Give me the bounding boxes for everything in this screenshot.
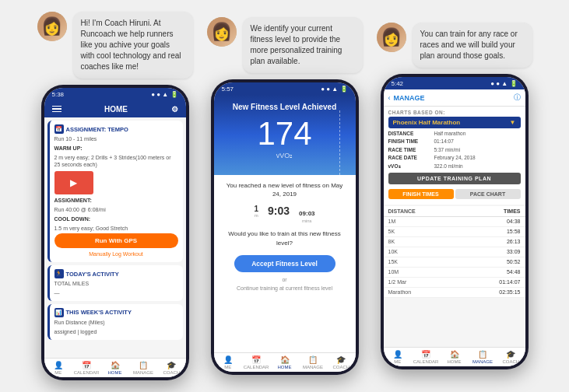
chat-bubble-2: We identify your current fitness level t… bbox=[207, 17, 363, 73]
run-miles: Run 10 - 11 miles bbox=[54, 135, 178, 143]
row-dist: 1M bbox=[388, 219, 455, 224]
nav-manage-2[interactable]: 📋 MANAGE bbox=[299, 355, 327, 369]
nav-coach-1[interactable]: 🎓 COACH bbox=[157, 361, 185, 375]
p3-main: CHARTS BASED ON: Phoenix Half Marathon ▼… bbox=[384, 107, 525, 347]
stat3-unit: mins bbox=[299, 219, 314, 223]
race-date-label: RACE DATE bbox=[388, 154, 431, 162]
settings-icon-1[interactable]: ⚙ bbox=[171, 105, 178, 114]
status-bar-1: 5:38 ● ● ▲ 🔋 bbox=[44, 88, 186, 100]
video-thumbnail[interactable] bbox=[54, 171, 93, 194]
calendar-nav-icon-3: 📅 bbox=[421, 350, 430, 359]
update-training-button[interactable]: UPDATE TRAINING PLAN bbox=[388, 173, 521, 184]
manage-title: MANAGE bbox=[394, 94, 511, 102]
nav-me-1[interactable]: 👤 ME bbox=[44, 361, 72, 375]
cool-down-text: 1.5 m very easy; Good Stretch bbox=[54, 225, 178, 233]
table-row: 10K33:09 bbox=[384, 247, 525, 257]
table-row: 1M04:38 bbox=[384, 217, 525, 227]
signal-3: ● ● ▲ 🔋 bbox=[490, 80, 517, 87]
chat-bubble-1: Hi! I'm Coach Hiruni. At Runcoach we hel… bbox=[37, 12, 193, 79]
phone1-wrapper: Hi! I'm Coach Hiruni. At Runcoach we hel… bbox=[37, 12, 193, 380]
run-gps-button[interactable]: Run With GPS bbox=[54, 233, 178, 248]
nav-me-2[interactable]: 👤 ME bbox=[214, 355, 242, 369]
assignment-title: 📅 ASSIGNMENT: TEMPO bbox=[54, 124, 178, 134]
bottom-nav-1: 👤 ME 📅 CALENDAR 🏠 HOME 📋 MANAGE 🎓 bbox=[44, 358, 186, 377]
tab-finish-times[interactable]: FINISH TIMES bbox=[388, 189, 454, 199]
accept-fitness-button[interactable]: Accept Fitness Level bbox=[234, 255, 335, 272]
row-dist: 15K bbox=[388, 259, 455, 264]
back-arrow[interactable]: ‹ bbox=[388, 94, 391, 102]
fitness-description: You reached a new level of fitness on Ma… bbox=[214, 175, 356, 201]
stat-3: 09:03 mins bbox=[299, 205, 314, 223]
nav-home-1[interactable]: 🏠 HOME bbox=[100, 361, 128, 375]
time-2: 5:57 bbox=[222, 86, 234, 93]
table-row: 1/2 Mar01:14:07 bbox=[384, 278, 525, 288]
hamburger-icon[interactable] bbox=[52, 104, 61, 114]
dropdown-arrow: ▼ bbox=[510, 119, 516, 126]
table-row: 8K26:13 bbox=[384, 237, 525, 247]
run-distance-label: Run Distance (Miles) bbox=[54, 319, 178, 327]
phone2: 5:57 ● ● ▲ 🔋 New Fitness Level Achieved … bbox=[211, 79, 359, 375]
avatar-1 bbox=[37, 12, 67, 41]
calendar-nav-icon-2: 📅 bbox=[251, 355, 261, 364]
distance-label: DISTANCE bbox=[388, 130, 431, 138]
row-time: 02:35:15 bbox=[455, 289, 521, 295]
race-date-value: February 24, 2018 bbox=[434, 154, 476, 162]
nav-manage-1[interactable]: 📋 MANAGE bbox=[129, 361, 157, 375]
nav-home-3[interactable]: 🏠 HOME bbox=[440, 350, 468, 364]
row-dist: 10M bbox=[388, 269, 455, 275]
row-time: 04:38 bbox=[455, 219, 521, 224]
race-details: DISTANCE Half marathon FINISH TIME 01:14… bbox=[388, 130, 521, 170]
nav-me-3[interactable]: 👤 ME bbox=[384, 350, 412, 364]
charts-label: CHARTS BASED ON: bbox=[388, 110, 521, 115]
fitness-question: Would you like to train at this new fitn… bbox=[214, 226, 356, 250]
race-time-value: 5:37 min/mi bbox=[434, 146, 461, 154]
info-icon[interactable]: ⓘ bbox=[514, 93, 521, 103]
race-selector[interactable]: Phoenix Half Marathon ▼ bbox=[388, 117, 521, 128]
vvo2-row: vVO₂ 322.0 ml/min bbox=[388, 163, 521, 170]
nav-title-1: HOME bbox=[104, 105, 128, 114]
nav-calendar-3[interactable]: 📅 CALENDAR bbox=[412, 350, 440, 364]
p2-main: You reached a new level of fitness on Ma… bbox=[214, 175, 356, 352]
distance-value: Half marathon bbox=[434, 130, 466, 138]
home-icon-2: 🏠 bbox=[280, 355, 290, 364]
today-activity-section: 🏃 TODAY'S ACTIVITY TOTAL MILES — bbox=[47, 265, 183, 301]
finish-time-value: 01:14:07 bbox=[434, 138, 454, 145]
calendar-icon: 📅 bbox=[54, 124, 64, 134]
nav-coach-3[interactable]: 🎓 COACH bbox=[497, 350, 525, 364]
stat2-value: 9:03 bbox=[268, 205, 290, 217]
phone3-wrapper: You can train for any race or races and … bbox=[377, 23, 532, 369]
row-time: 50:52 bbox=[455, 259, 521, 264]
row-dist: 8K bbox=[388, 239, 455, 244]
or-text: or bbox=[214, 277, 356, 282]
chart-tabs: FINISH TIMES PACE CHART bbox=[388, 189, 521, 199]
continue-link[interactable]: Continue training at current fitness lev… bbox=[214, 284, 356, 292]
coach-icon-3: 🎓 bbox=[506, 350, 515, 359]
distance-row: DISTANCE Half marathon bbox=[388, 130, 521, 138]
total-miles-label: TOTAL MILES bbox=[54, 280, 178, 288]
manage-icon-2: 📋 bbox=[308, 355, 318, 364]
finish-time-label: FINISH TIME bbox=[388, 138, 431, 145]
p1-content: 📅 ASSIGNMENT: TEMPO Run 10 - 11 miles WA… bbox=[44, 117, 186, 358]
charts-section: CHARTS BASED ON: Phoenix Half Marathon ▼… bbox=[384, 107, 525, 205]
manual-log-link[interactable]: Manually Log Workout bbox=[54, 250, 178, 258]
fitness-header: New Fitness Level Achieved 174 vVO₂ bbox=[214, 95, 356, 175]
week-activity-section: 📊 THIS WEEK'S ACTIVITY Run Distance (Mil… bbox=[47, 304, 183, 340]
assignment2-text: Run 40:00 @ 6:08/mi bbox=[54, 206, 178, 214]
tab-pace-chart[interactable]: PACE CHART bbox=[455, 189, 521, 199]
table-row: 15K50:52 bbox=[384, 257, 525, 268]
home-icon: 🏠 bbox=[111, 361, 120, 369]
nav-coach-2[interactable]: 🎓 COACH bbox=[327, 355, 355, 369]
col-distance-header: DISTANCE bbox=[388, 208, 455, 214]
assignment2-label: ASSIGNMENT: bbox=[54, 197, 178, 205]
table-row: 5K15:58 bbox=[384, 227, 525, 237]
nav-home-2[interactable]: 🏠 HOME bbox=[270, 355, 298, 369]
phone1: 5:38 ● ● ▲ 🔋 HOME ⚙ 📅 ASSIGNMENT: TEMPO … bbox=[41, 85, 189, 380]
me-icon: 👤 bbox=[54, 361, 63, 369]
row-dist: 1/2 Mar bbox=[388, 279, 455, 285]
signal-1: ● ● ▲ 🔋 bbox=[151, 91, 177, 98]
nav-calendar-1[interactable]: 📅 CALENDAR bbox=[72, 361, 100, 375]
nav-manage-3[interactable]: 📋 MANAGE bbox=[469, 350, 497, 364]
stat1-label: 1 bbox=[254, 205, 258, 213]
time-3: 5:42 bbox=[392, 80, 404, 87]
nav-calendar-2[interactable]: 📅 CALENDAR bbox=[242, 355, 270, 369]
